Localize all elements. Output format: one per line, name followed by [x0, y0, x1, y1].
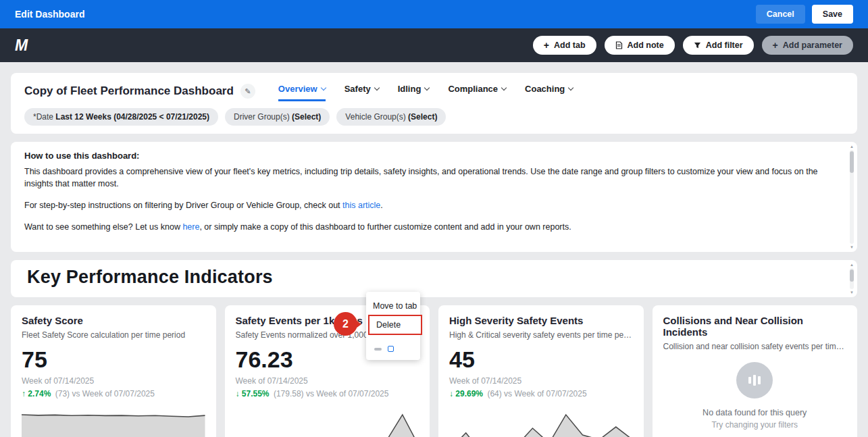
add-tab-label: Add tab [554, 41, 586, 50]
chevron-down-icon [374, 85, 379, 91]
filter-value: (Select) [408, 112, 437, 122]
delta-comparison: (64) vs Week of 07/07/2025 [487, 389, 586, 399]
tab-safety[interactable]: Safety [344, 81, 379, 101]
scroll-down-icon[interactable]: ▼ [850, 245, 854, 250]
add-filter-button[interactable]: Add filter [683, 36, 754, 55]
section-scrollbar[interactable]: ▲ ▼ [848, 262, 855, 295]
dashboard-title: Copy of Fleet Performance Dashboard [24, 84, 234, 98]
add-note-label: Add note [628, 41, 664, 50]
scroll-down-icon[interactable]: ▼ [850, 290, 854, 295]
bar-chart-icon [736, 362, 773, 399]
kpi-period: Week of 07/14/2025 [449, 376, 633, 386]
kpi-delta: ↓ 57.55% (179.58) vs Week of 07/07/2025 [236, 389, 419, 399]
app-bar: M + Add tab Add note Add filter + Add pa… [0, 28, 868, 62]
note-text: For step-by-step instructions on filteri… [24, 201, 342, 210]
tab-label: Compliance [448, 84, 498, 94]
cancel-button[interactable]: Cancel [756, 5, 805, 24]
menu-footer [366, 346, 420, 352]
dashboard-header-card: Copy of Fleet Performance Dashboard ✎ Ov… [11, 73, 857, 134]
tab-coaching[interactable]: Coaching [525, 81, 573, 101]
kpi-card-safety-score: Safety Score Fleet Safety Score calculat… [11, 305, 216, 437]
plus-icon: + [773, 42, 778, 49]
app-bar-actions: + Add tab Add note Add filter + Add para… [533, 36, 853, 55]
minus-icon[interactable] [374, 348, 382, 351]
kpi-period: Week of 07/14/2025 [236, 376, 419, 386]
tab-label: Safety [344, 84, 371, 94]
tab-overview[interactable]: Overview [278, 81, 326, 101]
tab-label: Coaching [525, 84, 565, 94]
delta-percent: 57.55% [242, 389, 270, 399]
scroll-up-icon[interactable]: ▲ [850, 144, 854, 149]
filter-pill-vehicle-group[interactable]: Vehicle Group(s) (Select) [336, 108, 446, 126]
screen: Edit Dashboard Cancel Save M + Add tab A… [0, 0, 868, 437]
chevron-down-icon [320, 85, 326, 91]
menu-item-delete[interactable]: Delete [369, 316, 421, 334]
note-heading: How to use this dashboard: [24, 150, 834, 163]
delta-comparison: (179.58) vs Week of 07/07/2025 [274, 389, 389, 399]
no-data-state: No data found for this query Try changin… [663, 362, 847, 430]
add-note-button[interactable]: Add note [605, 36, 675, 55]
save-button[interactable]: Save [812, 5, 853, 24]
filter-pills: *Date Last 12 Weeks (04/28/2025 < 07/21/… [24, 108, 844, 126]
filter-prefix: Vehicle Group(s) [345, 112, 408, 122]
title-row: Copy of Fleet Performance Dashboard ✎ Ov… [24, 81, 844, 101]
filter-pill-date[interactable]: *Date Last 12 Weeks (04/28/2025 < 07/21/… [24, 108, 218, 126]
trend-up-icon: ↑ [22, 389, 26, 399]
note-text: Want to see something else? Let us know [24, 222, 182, 232]
kpi-section-heading: Key Performance Indicators [27, 267, 841, 288]
delta-comparison: (73) vs Week of 07/07/2025 [55, 389, 155, 399]
kpi-row: Safety Score Fleet Safety Score calculat… [11, 305, 857, 437]
kpi-card-high-severity: High Severity Safety Events High & Criti… [438, 305, 644, 437]
note-paragraph: This dashboard provides a comprehensive … [24, 165, 834, 190]
kpi-value: 45 [449, 348, 633, 371]
edit-title-pencil-icon[interactable]: ✎ [240, 84, 255, 99]
scrollbar-thumb[interactable] [850, 151, 854, 173]
filter-value: (Select) [292, 112, 321, 122]
tab-idling[interactable]: Idling [398, 81, 430, 101]
scrollbar-thumb[interactable] [850, 269, 854, 282]
motive-logo: M [15, 36, 27, 55]
add-tab-button[interactable]: + Add tab [533, 36, 596, 55]
edit-dashboard-title: Edit Dashboard [15, 9, 84, 20]
kpi-delta: ↑ 2.74% (73) vs Week of 07/07/2025 [22, 389, 205, 399]
menu-item-move-to-tab[interactable]: Move to tab [366, 297, 420, 315]
checkbox-icon[interactable] [388, 346, 394, 352]
annotation-step-badge: 2 [334, 312, 357, 336]
chevron-down-icon [424, 85, 430, 91]
add-parameter-label: Add parameter [783, 41, 842, 50]
filter-prefix: Driver Group(s) [234, 112, 292, 122]
this-article-link[interactable]: this article [342, 201, 380, 210]
plus-icon: + [544, 42, 549, 49]
edit-actions: Cancel Save [756, 5, 853, 24]
note-paragraph: Want to see something else? Let us know … [24, 221, 834, 233]
chevron-down-icon [501, 85, 507, 91]
kpi-title: High Severity Safety Events [449, 315, 633, 326]
here-link[interactable]: here [182, 222, 199, 232]
delta-percent: 29.69% [455, 389, 483, 399]
delta-percent: 2.74% [28, 389, 51, 399]
kpi-title: Collisions and Near Collision Incidents [663, 315, 847, 338]
scroll-up-icon[interactable]: ▲ [850, 262, 854, 267]
tab-label: Overview [278, 84, 317, 94]
kpi-delta: ↓ 29.69% (64) vs Week of 07/07/2025 [449, 389, 633, 399]
kpi-subtitle: High & Critical severity safety events p… [449, 330, 633, 340]
note-icon [615, 41, 623, 49]
note-text: , or simply make a copy of this dashboar… [199, 222, 571, 232]
add-filter-label: Add filter [706, 41, 743, 50]
filter-pill-driver-group[interactable]: Driver Group(s) (Select) [225, 108, 330, 126]
trend-down-icon: ↓ [449, 389, 453, 399]
kpi-period: Week of 07/14/2025 [22, 376, 205, 386]
edit-toolbar: Edit Dashboard Cancel Save [0, 0, 868, 28]
tab-compliance[interactable]: Compliance [448, 81, 506, 101]
note-card: How to use this dashboard: This dashboar… [11, 142, 857, 252]
annotation-highlight-box: Delete [368, 315, 422, 335]
scrollbar-track[interactable] [850, 268, 854, 289]
note-scrollbar[interactable]: ▲ ▼ [848, 144, 855, 250]
scrollbar-track[interactable] [850, 150, 854, 244]
dashboard-tabs: Overview Safety Idling Compliance Coachi… [278, 81, 573, 101]
widget-context-menu: Move to tab Delete [366, 292, 420, 360]
add-parameter-button[interactable]: + Add parameter [762, 36, 853, 55]
no-data-message: No data found for this query [663, 408, 847, 417]
filter-value: Last 12 Weeks (04/28/2025 < 07/21/2025) [55, 112, 209, 122]
high-severity-area-chart [449, 408, 633, 437]
